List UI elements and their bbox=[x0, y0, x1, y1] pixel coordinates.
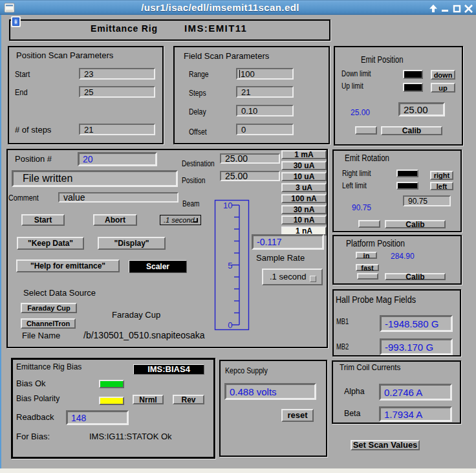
svg-text:0: 0 bbox=[228, 320, 232, 330]
svg-text:5: 5 bbox=[228, 261, 232, 270]
svg-text:10: 10 bbox=[223, 201, 232, 210]
